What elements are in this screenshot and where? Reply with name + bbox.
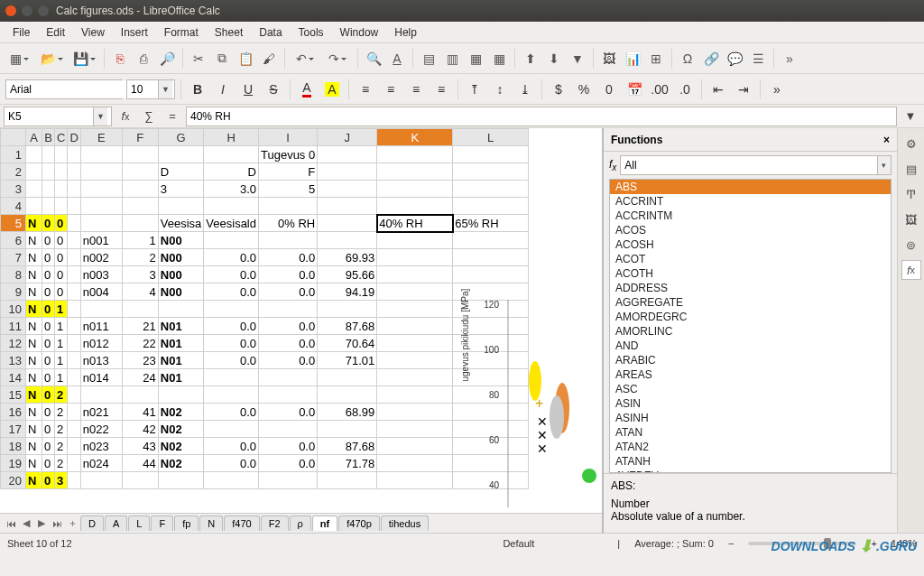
properties-tab-icon[interactable]: ▤ (901, 159, 921, 179)
cell-K3[interactable] (377, 181, 453, 198)
cell-F9[interactable]: 4 (122, 283, 158, 301)
redo-button[interactable]: ↷ (322, 48, 353, 70)
cell-G10[interactable] (158, 301, 204, 318)
cell-H7[interactable]: 0.0 (204, 249, 259, 266)
cell-K20[interactable] (377, 472, 453, 489)
function-AREAS[interactable]: AREAS (610, 367, 891, 382)
cell-A3[interactable] (26, 181, 42, 198)
cell-K4[interactable] (377, 198, 453, 215)
cell-C6[interactable]: 0 (55, 232, 68, 249)
cell-E7[interactable]: n002 (80, 249, 122, 266)
dec-indent-button[interactable]: ⇤ (707, 79, 729, 100)
cell-G8[interactable]: N00 (158, 266, 204, 283)
cell-H9[interactable]: 0.0 (204, 283, 259, 301)
cell-K13[interactable] (377, 352, 453, 369)
cell-K15[interactable] (377, 386, 453, 404)
menu-tools[interactable]: Tools (291, 24, 331, 41)
cell-F14[interactable]: 24 (122, 369, 158, 386)
cell-E16[interactable]: n021 (80, 404, 122, 421)
cell-I14[interactable] (258, 369, 317, 386)
menu-format[interactable]: Format (157, 24, 206, 41)
autofilter-button[interactable]: ▼ (567, 48, 588, 70)
overflow-button[interactable]: » (779, 48, 800, 70)
functions-list[interactable]: ABSACCRINTACCRINTMACOSACOSHACOTACOTHADDR… (609, 179, 892, 473)
cell-E4[interactable] (80, 198, 122, 215)
sort-desc-button[interactable]: ⬇ (543, 48, 565, 70)
cell-C16[interactable]: 2 (55, 404, 68, 421)
function-ATAN2[interactable]: ATAN2 (610, 440, 891, 454)
cell-L5[interactable]: 65% RH (453, 215, 529, 232)
chevron-down-icon[interactable]: ▼ (93, 107, 107, 125)
cell-I9[interactable]: 0.0 (258, 283, 317, 301)
cell-H19[interactable]: 0.0 (204, 455, 259, 472)
cell-L7[interactable] (453, 249, 529, 266)
cell-A16[interactable]: N (26, 404, 42, 421)
cell-E5[interactable] (80, 215, 122, 232)
cell-H5[interactable]: Veesisald (204, 215, 259, 232)
cell-G19[interactable]: N02 (158, 455, 204, 472)
cell-E10[interactable] (80, 301, 122, 318)
function-ACOT[interactable]: ACOT (610, 252, 891, 266)
bold-button[interactable]: B (187, 79, 208, 100)
cell-A9[interactable]: N (26, 283, 42, 301)
cell-D11[interactable] (68, 318, 80, 335)
cell-A12[interactable]: N (26, 335, 42, 352)
cell-D2[interactable] (68, 163, 80, 181)
cell-H4[interactable] (204, 198, 259, 215)
cell-E9[interactable]: n004 (80, 283, 122, 301)
cell-H15[interactable] (204, 386, 259, 404)
spreadsheet-area[interactable]: ABCDEFGHIJKL1Tugevus 02DDF333.0545N00Vee… (0, 128, 603, 533)
row-header-8[interactable]: 8 (1, 266, 26, 283)
cell-G4[interactable] (158, 198, 204, 215)
cell-E3[interactable] (80, 181, 122, 198)
cell-L14[interactable] (453, 369, 529, 386)
cell-K19[interactable] (377, 455, 453, 472)
cell-I16[interactable]: 0.0 (258, 404, 317, 421)
cell-K11[interactable] (377, 318, 453, 335)
cell-B15[interactable]: 0 (42, 386, 55, 404)
cell-J4[interactable] (318, 198, 377, 215)
cell-E13[interactable]: n013 (80, 352, 122, 369)
headers-button[interactable]: ☰ (747, 48, 769, 70)
cell-E12[interactable]: n012 (80, 335, 122, 352)
cell-A17[interactable]: N (26, 421, 42, 438)
cell-B20[interactable]: 0 (42, 472, 55, 489)
font-name-combo[interactable]: ▼ (5, 79, 123, 99)
cell-H11[interactable]: 0.0 (204, 318, 259, 335)
row-header-1[interactable]: 1 (1, 146, 26, 163)
cell-E19[interactable]: n024 (80, 455, 122, 472)
cut-button[interactable]: ✂ (188, 48, 209, 70)
cell-C15[interactable]: 2 (55, 386, 68, 404)
pivot-button[interactable]: ⊞ (645, 48, 667, 70)
cell-B3[interactable] (42, 181, 55, 198)
cell-J19[interactable]: 71.78 (318, 455, 377, 472)
strike-button[interactable]: S (263, 79, 284, 100)
tab-prev-button[interactable]: ◀ (19, 517, 33, 529)
find-button[interactable]: 🔍 (363, 48, 384, 70)
cell-E1[interactable] (80, 146, 122, 163)
cell-B16[interactable]: 0 (42, 404, 55, 421)
cell-A7[interactable]: N (26, 249, 42, 266)
fx-icon[interactable]: fx (609, 158, 616, 172)
cell-F11[interactable]: 21 (122, 318, 158, 335)
new-button[interactable]: ▦ (4, 48, 34, 70)
col-header-H[interactable]: H (204, 129, 259, 146)
cell-D17[interactable] (68, 421, 80, 438)
cell-A13[interactable]: N (26, 352, 42, 369)
col-header-C[interactable]: C (55, 129, 68, 146)
comment-button[interactable]: 💬 (724, 48, 745, 70)
sheet-tab-nf[interactable]: nf (312, 516, 337, 531)
row-header-3[interactable]: 3 (1, 181, 26, 198)
cell-E20[interactable] (80, 472, 122, 489)
cell-C10[interactable]: 1 (55, 301, 68, 318)
menu-sheet[interactable]: Sheet (208, 24, 250, 41)
cell-B19[interactable]: 0 (42, 455, 55, 472)
cell-F19[interactable]: 44 (122, 455, 158, 472)
cell-L17[interactable] (453, 421, 529, 438)
cell-H14[interactable] (204, 369, 259, 386)
cell-J14[interactable] (318, 369, 377, 386)
aggregate-display[interactable]: Average: ; Sum: 0 (634, 538, 714, 549)
function-ATANH[interactable]: ATANH (610, 454, 891, 469)
col-header-G[interactable]: G (158, 129, 204, 146)
cell-B17[interactable]: 0 (42, 421, 55, 438)
